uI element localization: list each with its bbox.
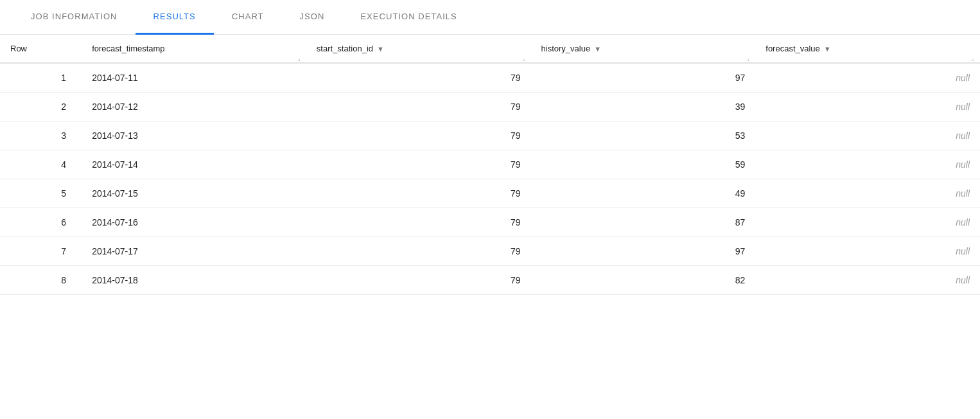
cell-forecast-value: null [755,150,980,179]
table-row: 22014-07-127939null [0,93,980,121]
col-header-forecast-value[interactable]: forecast_value ▼ ⌟ [755,35,980,63]
table-header-row: Row forecast_timestamp ⌟ start_station_i… [0,35,980,63]
cell-start-station-id: 79 [306,266,531,295]
col-row-label: Row [10,44,27,53]
cell-history-value: 97 [531,63,756,93]
col-forecast-value-label: forecast_value [766,44,820,53]
table-row: 32014-07-137953null [0,121,980,150]
cell-forecast-value: null [755,208,980,237]
cell-forecast-timestamp: 2014-07-18 [82,266,306,295]
table-container: Row forecast_timestamp ⌟ start_station_i… [0,35,980,295]
resize-handle-forecast-value[interactable]: ⌟ [971,55,977,61]
cell-start-station-id: 79 [306,237,531,266]
cell-forecast-timestamp: 2014-07-14 [82,150,306,179]
cell-forecast-timestamp: 2014-07-12 [82,93,306,121]
cell-start-station-id: 79 [306,179,531,208]
cell-forecast-value: null [755,63,980,93]
col-header-start-station-id[interactable]: start_station_id ▼ ⌟ [306,35,531,63]
cell-history-value: 97 [531,237,756,266]
cell-history-value: 82 [531,266,756,295]
cell-row-num: 1 [0,63,82,93]
cell-forecast-timestamp: 2014-07-16 [82,208,306,237]
cell-history-value: 53 [531,121,756,150]
sort-icon-forecast-value: ▼ [824,45,831,53]
tab-chart-label: CHART [232,12,264,21]
col-header-forecast-timestamp: forecast_timestamp ⌟ [82,35,306,63]
cell-history-value: 39 [531,93,756,121]
cell-forecast-value: null [755,93,980,121]
cell-forecast-value: null [755,237,980,266]
table-row: 62014-07-167987null [0,208,980,237]
tab-json-label: JSON [300,12,325,21]
tab-results-label: RESULTS [153,12,196,21]
tab-execution-details-label: EXECUTION DETAILS [360,12,457,21]
table-row: 12014-07-117997null [0,63,980,93]
col-header-row: Row [0,35,82,63]
tab-json[interactable]: JSON [282,0,343,35]
tab-chart[interactable]: CHART [214,0,282,35]
cell-forecast-timestamp: 2014-07-17 [82,237,306,266]
col-forecast-timestamp-label: forecast_timestamp [92,44,164,53]
col-header-history-value[interactable]: history_value ▼ ⌟ [531,35,756,63]
cell-row-num: 7 [0,237,82,266]
cell-forecast-value: null [755,266,980,295]
cell-forecast-timestamp: 2014-07-15 [82,179,306,208]
resize-handle-history-value[interactable]: ⌟ [746,55,753,61]
cell-row-num: 2 [0,93,82,121]
cell-start-station-id: 79 [306,208,531,237]
tab-job-information-label: JOB INFORMATION [31,12,118,21]
tab-results[interactable]: RESULTS [136,0,214,35]
cell-start-station-id: 79 [306,150,531,179]
cell-start-station-id: 79 [306,93,531,121]
cell-forecast-timestamp: 2014-07-11 [82,63,306,93]
tab-execution-details[interactable]: EXECUTION DETAILS [342,0,475,35]
cell-start-station-id: 79 [306,63,531,93]
table-body: 12014-07-117997null22014-07-127939null32… [0,63,980,295]
cell-row-num: 6 [0,208,82,237]
table-row: 72014-07-177997null [0,237,980,266]
cell-start-station-id: 79 [306,121,531,150]
sort-icon-history-value: ▼ [594,45,601,53]
cell-row-num: 5 [0,179,82,208]
col-start-station-id-label: start_station_id [317,44,373,53]
table-row: 42014-07-147959null [0,150,980,179]
cell-row-num: 4 [0,150,82,179]
tab-job-information[interactable]: JOB INFORMATION [13,0,136,35]
cell-forecast-timestamp: 2014-07-13 [82,121,306,150]
cell-forecast-value: null [755,121,980,150]
col-history-value-label: history_value [541,44,591,53]
resize-handle-forecast-timestamp[interactable]: ⌟ [297,55,304,61]
cell-history-value: 59 [531,150,756,179]
cell-row-num: 8 [0,266,82,295]
cell-history-value: 87 [531,208,756,237]
cell-forecast-value: null [755,179,980,208]
results-table: Row forecast_timestamp ⌟ start_station_i… [0,35,980,295]
cell-history-value: 49 [531,179,756,208]
table-row: 82014-07-187982null [0,266,980,295]
sort-icon-start-station-id: ▼ [377,45,384,53]
resize-handle-start-station-id[interactable]: ⌟ [522,55,529,61]
tab-bar: JOB INFORMATION RESULTS CHART JSON EXECU… [0,0,980,35]
table-row: 52014-07-157949null [0,179,980,208]
cell-row-num: 3 [0,121,82,150]
